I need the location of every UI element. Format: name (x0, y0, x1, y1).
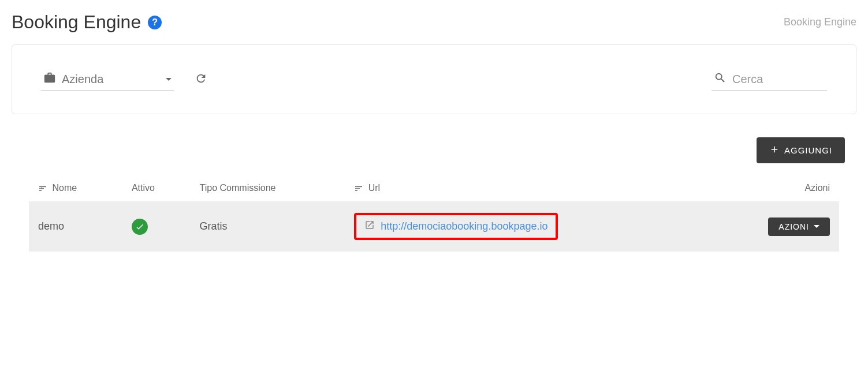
column-header-commission[interactable]: Tipo Commissione (191, 175, 345, 201)
cell-actions: AZIONI (708, 201, 839, 252)
search-icon (714, 72, 727, 87)
search-input[interactable] (732, 73, 825, 86)
search-wrapper (711, 68, 827, 91)
column-header-active[interactable]: Attivo (122, 175, 191, 201)
add-button-label: AGGIUNGI (784, 145, 832, 155)
company-select-label: Azienda (62, 73, 160, 86)
column-header-url[interactable]: Url (345, 175, 708, 201)
company-select[interactable]: Azienda (41, 68, 174, 91)
sort-icon (354, 184, 363, 193)
cell-commission: Gratis (191, 201, 345, 252)
url-highlight-box: http://demociaobooking.bookpage.io (354, 213, 558, 240)
sort-icon (38, 184, 47, 193)
row-actions-label: AZIONI (778, 222, 809, 231)
help-icon[interactable]: ? (148, 16, 162, 29)
url-link[interactable]: http://demociaobooking.bookpage.io (381, 220, 547, 232)
page-title: Booking Engine ? (12, 12, 162, 33)
chevron-down-icon (814, 225, 819, 228)
refresh-button[interactable] (191, 69, 211, 90)
refresh-icon (195, 72, 207, 87)
plus-icon (769, 144, 780, 156)
column-header-actions: Azioni (708, 175, 839, 201)
table-row: demo Gratis http://demociaobooking.bookp… (29, 201, 839, 252)
row-actions-button[interactable]: AZIONI (768, 217, 830, 236)
breadcrumb: Booking Engine (784, 16, 856, 28)
check-circle-icon (132, 219, 148, 235)
cell-name: demo (29, 201, 122, 252)
add-button[interactable]: AGGIUNGI (757, 137, 845, 163)
briefcase-icon (43, 72, 56, 87)
column-header-name[interactable]: Nome (29, 175, 122, 201)
chevron-down-icon (166, 78, 172, 81)
page-title-text: Booking Engine (12, 12, 141, 33)
filter-panel: Azienda (12, 44, 856, 114)
cell-active (122, 201, 191, 252)
booking-table: Nome Attivo Tipo Commissione Url Azioni (29, 175, 839, 252)
external-link-icon[interactable] (364, 220, 375, 233)
cell-url: http://demociaobooking.bookpage.io (345, 201, 708, 252)
